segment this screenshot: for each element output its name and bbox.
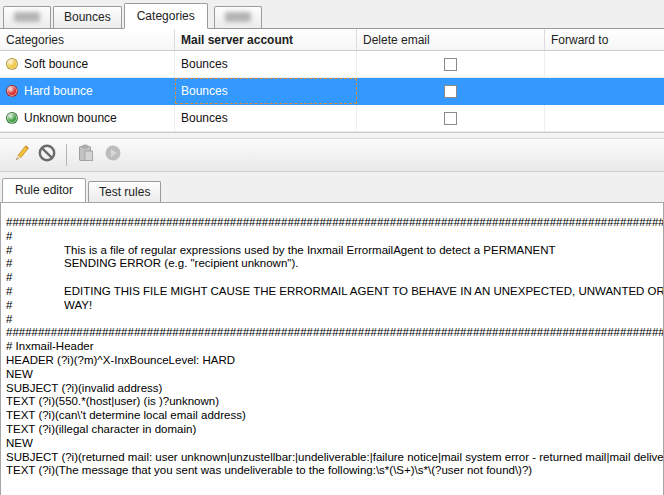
editor-line: HEADER (?i)(?m)^X-InxBounceLevel: HARD <box>6 354 663 368</box>
main-tab-bounces[interactable]: Bounces <box>53 6 122 28</box>
forward-to-cell[interactable] <box>545 51 664 77</box>
editor-line: # EDITING THIS FILE MIGHT CAUSE THE ERRO… <box>6 285 663 299</box>
editor-line: TEXT (?i)(illegal character in domain) <box>6 423 663 437</box>
editor-line: # <box>6 230 663 244</box>
editor-line: TEXT (?i)(The message that you sent was … <box>6 464 663 478</box>
editor-line: NEW <box>6 437 663 451</box>
redacted-tab-label <box>14 12 40 22</box>
table-header-row: Categories Mail server account Delete em… <box>0 29 664 51</box>
unknown-bounce-status-dot-icon <box>6 112 18 124</box>
category-label: Hard bounce <box>24 84 93 98</box>
soft-bounce-status-dot-icon <box>6 58 18 70</box>
editor-line: ########################################… <box>6 216 663 230</box>
edit-rule-button[interactable] <box>8 143 32 167</box>
editor-tab-test-rules[interactable]: Test rules <box>88 181 161 202</box>
editor-line: NEW <box>6 368 663 382</box>
editor-line: # <box>6 271 663 285</box>
main-tab-categories[interactable]: Categories <box>124 3 208 29</box>
editor-line: # <box>6 313 663 327</box>
column-header-delete-email[interactable]: Delete email <box>357 29 545 50</box>
main-tab-bar: BouncesCategories <box>0 0 664 29</box>
block-icon <box>37 143 57 167</box>
mail-server-account-cell[interactable]: Bounces <box>175 105 357 131</box>
column-header-categories[interactable]: Categories <box>0 29 175 50</box>
editor-line: TEXT (?i)(can\'t determine local email a… <box>6 409 663 423</box>
hard-bounce-status-dot-icon <box>6 85 18 97</box>
play-icon <box>103 143 123 167</box>
forward-to-cell[interactable] <box>545 78 664 104</box>
editor-line: # SENDING ERROR (e.g. "recipient unknown… <box>6 257 663 271</box>
editor-line: # WAY! <box>6 299 663 313</box>
errormail-agent-window: BouncesCategories Categories Mail server… <box>0 0 664 495</box>
category-label: Unknown bounce <box>24 111 117 125</box>
editor-line: SUBJECT (?i)(invalid address) <box>6 382 663 396</box>
pencil-icon <box>10 143 30 167</box>
run-button[interactable] <box>101 143 125 167</box>
main-tab-redacted-0[interactable] <box>3 6 51 28</box>
editor-line: # Inxmail-Header <box>6 340 663 354</box>
editor-line: SUBJECT (?i)(returned mail: user unknown… <box>6 451 663 465</box>
editor-tab-label: Test rules <box>99 185 150 199</box>
paste-button[interactable] <box>74 143 98 167</box>
editor-tab-label: Rule editor <box>15 183 73 197</box>
column-header-mail-server-account[interactable]: Mail server account <box>175 29 357 50</box>
delete-email-checkbox[interactable] <box>444 58 457 71</box>
category-label: Soft bounce <box>24 57 88 71</box>
redacted-tab-label <box>225 12 251 22</box>
editor-line: TEXT (?i)(550.*(host|user) (is )?unknown… <box>6 395 663 409</box>
delete-email-checkbox[interactable] <box>444 112 457 125</box>
categories-table: Categories Mail server account Delete em… <box>0 29 664 133</box>
editor-tab-rule-editor[interactable]: Rule editor <box>2 178 86 203</box>
mail-server-account-cell[interactable]: Bounces <box>175 51 357 77</box>
rule-editor-textarea[interactable]: ########################################… <box>0 202 664 495</box>
clipboard-icon <box>76 143 96 167</box>
main-tab-label: Categories <box>137 9 195 23</box>
column-header-forward-to[interactable]: Forward to <box>545 29 664 50</box>
rule-editor-content: ########################################… <box>6 216 663 478</box>
table-row[interactable]: Hard bounceBounces <box>0 78 664 105</box>
table-row[interactable]: Soft bounceBounces <box>0 51 664 78</box>
editor-tab-bar: Rule editorTest rules <box>0 172 664 202</box>
table-body: Soft bounceBouncesHard bounceBouncesUnkn… <box>0 51 664 132</box>
editor-line: ########################################… <box>6 326 663 340</box>
editor-line: # This is a file of regular expressions … <box>6 244 663 258</box>
block-rule-button[interactable] <box>35 143 59 167</box>
mail-server-account-cell[interactable]: Bounces <box>175 78 357 104</box>
main-tab-redacted-3[interactable] <box>214 6 262 28</box>
forward-to-cell[interactable] <box>545 105 664 131</box>
toolbar-separator <box>66 144 67 166</box>
toolbar <box>0 138 664 172</box>
table-row[interactable]: Unknown bounceBounces <box>0 105 664 132</box>
delete-email-checkbox[interactable] <box>444 85 457 98</box>
main-tab-label: Bounces <box>64 10 111 24</box>
